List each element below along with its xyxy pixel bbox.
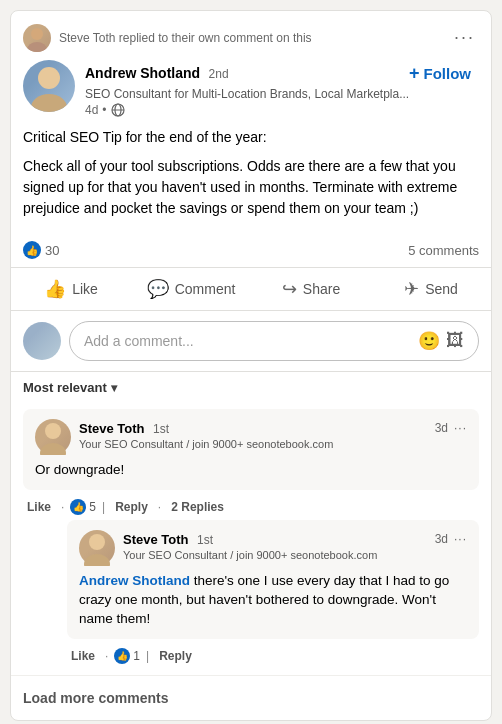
post-line-1: Critical SEO Tip for the end of the year… — [23, 127, 479, 148]
reply-inner-1: Steve Toth 1st 3d ··· Your SEO Consultan… — [67, 520, 479, 639]
reply-likes-row-1: 👍 1 — [114, 648, 140, 664]
load-more-button[interactable]: Load more comments — [11, 676, 491, 720]
share-action-icon: ↪ — [282, 278, 297, 300]
comment-like-badge-1: 👍 — [70, 499, 86, 515]
action-bar: 👍 Like 💬 Comment ↪ Share ✈ Send — [11, 268, 491, 311]
comment-body-1: Or downgrade! — [35, 461, 467, 480]
comment-reply-btn-1[interactable]: Reply — [111, 498, 152, 516]
comment-like-count-1: 5 — [89, 500, 96, 514]
reply-more-1[interactable]: ··· — [454, 532, 467, 546]
steve-toth-small-avatar — [23, 24, 51, 52]
reply-actions-1: Like · 👍 1 | Reply — [67, 645, 479, 669]
comment-input-icons: 🙂 🖼 — [418, 330, 464, 352]
reply-body-1: Andrew Shotland there's one I use every … — [79, 572, 467, 629]
post-stats: 👍 30 5 comments — [11, 235, 491, 268]
reply-degree-1: 1st — [197, 533, 213, 547]
svg-point-4 — [40, 69, 58, 87]
reply-like-count-1: 1 — [133, 649, 140, 663]
sort-label: Most relevant — [23, 380, 107, 395]
svg-point-3 — [31, 94, 67, 112]
top-notice-text: Steve Toth replied to their own comment … — [59, 31, 442, 45]
comment-button[interactable]: 💬 Comment — [131, 268, 251, 310]
reply-header-1: Steve Toth 1st 3d ··· Your SEO Consultan… — [79, 530, 467, 566]
comment-time-dots-1: 3d ··· — [435, 421, 467, 435]
svg-point-8 — [45, 423, 61, 439]
comment-input-row: Add a comment... 🙂 🖼 — [11, 311, 491, 372]
image-icon[interactable]: 🖼 — [446, 330, 464, 352]
comment-action-icon: 💬 — [147, 278, 169, 300]
comment-subtitle-1: Your SEO Consultant / join 9000+ seonote… — [79, 438, 467, 450]
sort-dropdown-icon[interactable]: ▾ — [111, 381, 117, 395]
like-icon: 👍 — [23, 241, 41, 259]
comment-time-1: 3d — [435, 421, 448, 435]
more-options-button[interactable]: ··· — [450, 23, 479, 52]
author-degree: 2nd — [209, 67, 229, 81]
post-card: Steve Toth replied to their own comment … — [10, 10, 492, 721]
comment-author-1[interactable]: Steve Toth — [79, 421, 145, 436]
author-avatar[interactable] — [23, 60, 75, 112]
reply-subtitle-1: Your SEO Consultant / join 9000+ seonote… — [123, 549, 467, 561]
comment-replies-btn-1[interactable]: 2 Replies — [167, 498, 228, 516]
comment-input-box[interactable]: Add a comment... 🙂 🖼 — [69, 321, 479, 361]
svg-point-9 — [40, 443, 66, 455]
author-meta: 4d • — [85, 103, 479, 117]
post-content: Critical SEO Tip for the end of the year… — [11, 127, 491, 235]
comment-more-1[interactable]: ··· — [454, 421, 467, 435]
send-action-icon: ✈ — [404, 278, 419, 300]
reply-like-btn-1[interactable]: Like — [67, 647, 99, 665]
nested-comment-section: Steve Toth 1st 3d ··· Your SEO Consultan… — [67, 520, 479, 669]
reply-block-1: Steve Toth 1st 3d ··· Your SEO Consultan… — [67, 520, 479, 669]
reply-name-row-1: Steve Toth 1st 3d ··· — [123, 530, 467, 548]
reply-like-badge-1: 👍 — [114, 648, 130, 664]
comment-inner-1: Steve Toth 1st 3d ··· Your SEO Consultan… — [23, 409, 479, 490]
comment-likes-row-1: 👍 5 — [70, 499, 96, 515]
share-button[interactable]: ↪ Share — [251, 268, 371, 310]
like-button[interactable]: 👍 Like — [11, 268, 131, 310]
comments-count[interactable]: 5 comments — [408, 243, 479, 258]
reply-reply-btn-1[interactable]: Reply — [155, 647, 196, 665]
reply-time-dots-1: 3d ··· — [435, 532, 467, 546]
globe-icon — [111, 103, 125, 117]
comment-degree-1: 1st — [153, 422, 169, 436]
comment-avatar-1 — [35, 419, 71, 455]
reply-meta-1: Steve Toth 1st 3d ··· Your SEO Consultan… — [123, 530, 467, 561]
follow-button[interactable]: + Follow — [401, 60, 479, 86]
author-name[interactable]: Andrew Shotland — [85, 65, 200, 81]
author-section: Andrew Shotland 2nd + Follow SEO Consult… — [11, 60, 491, 127]
reply-time-1: 3d — [435, 532, 448, 546]
comments-section: Steve Toth 1st 3d ··· Your SEO Consultan… — [11, 401, 491, 676]
comment-input-placeholder: Add a comment... — [84, 333, 412, 349]
comment-like-btn-1[interactable]: Like — [23, 498, 55, 516]
svg-point-0 — [31, 28, 43, 40]
sort-row: Most relevant ▾ — [11, 372, 491, 401]
likes-count: 👍 30 — [23, 241, 59, 259]
author-info: Andrew Shotland 2nd + Follow SEO Consult… — [85, 60, 479, 117]
comment-header-1: Steve Toth 1st 3d ··· Your SEO Consultan… — [35, 419, 467, 455]
post-line-2: Check all of your tool subscriptions. Od… — [23, 156, 479, 219]
reply-author-1[interactable]: Steve Toth — [123, 532, 189, 547]
comment-block-1: Steve Toth 1st 3d ··· Your SEO Consultan… — [11, 401, 491, 676]
post-header: Steve Toth replied to their own comment … — [11, 11, 491, 60]
current-user-avatar — [23, 322, 61, 360]
author-title: SEO Consultant for Multi-Location Brands… — [85, 87, 479, 101]
comment-name-row-1: Steve Toth 1st 3d ··· — [79, 419, 467, 437]
reply-avatar-1 — [79, 530, 115, 566]
svg-point-11 — [84, 554, 110, 566]
mention-link-1[interactable]: Andrew Shotland — [79, 573, 190, 588]
svg-point-10 — [89, 534, 105, 550]
comment-meta-1: Steve Toth 1st 3d ··· Your SEO Consultan… — [79, 419, 467, 450]
like-action-icon: 👍 — [44, 278, 66, 300]
svg-point-1 — [27, 42, 47, 52]
send-button[interactable]: ✈ Send — [371, 268, 491, 310]
emoji-icon[interactable]: 🙂 — [418, 330, 440, 352]
comment-actions-1: Like · 👍 5 | Reply · 2 Replies — [23, 496, 479, 520]
